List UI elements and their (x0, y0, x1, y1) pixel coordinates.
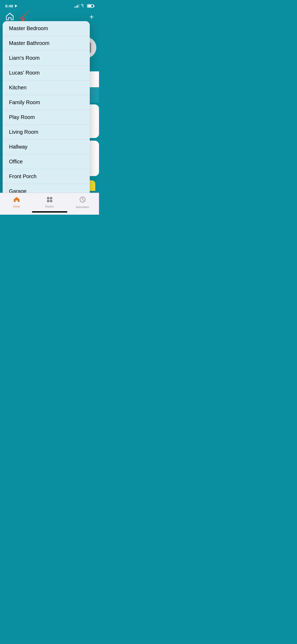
home-nav-button[interactable] (5, 12, 14, 22)
tab-automation[interactable]: Automation (66, 195, 99, 209)
dropdown-item-living-room[interactable]: Living Room (3, 125, 90, 140)
dropdown-item-family-room[interactable]: Family Room (3, 95, 90, 110)
svg-rect-16 (47, 197, 49, 199)
location-arrow-icon (14, 4, 18, 8)
home-nav-icon (5, 12, 14, 21)
tab-home[interactable]: Home (0, 195, 33, 208)
dropdown-item-office[interactable]: Office (3, 154, 90, 169)
svg-rect-18 (47, 200, 49, 202)
signal-bars-icon (74, 4, 79, 8)
home-tab-label: Home (13, 205, 20, 208)
dropdown-item-front-porch[interactable]: Front Porch (3, 169, 90, 184)
battery-icon (87, 4, 94, 8)
rooms-tab-icon (46, 196, 53, 204)
dropdown-item-master-bedroom[interactable]: Master Bedroom (3, 21, 90, 36)
add-button[interactable]: + (89, 13, 94, 21)
svg-point-0 (83, 7, 84, 7)
room-dropdown-menu: Master Bedroom Master Bathroom Liam's Ro… (3, 21, 90, 215)
automation-tab-label: Automation (76, 206, 89, 209)
status-bar: 6:46 (0, 0, 99, 10)
svg-rect-17 (50, 197, 52, 199)
dropdown-item-hallway[interactable]: Hallway (3, 140, 90, 154)
home-indicator (32, 211, 67, 213)
dropdown-item-lucas-room[interactable]: Lucas' Room (3, 66, 90, 80)
dropdown-item-master-bathroom[interactable]: Master Bathroom (3, 36, 90, 51)
svg-rect-19 (50, 200, 52, 202)
status-time: 6:46 (5, 4, 18, 8)
dropdown-item-play-room[interactable]: Play Room (3, 110, 90, 125)
wifi-icon (81, 4, 86, 8)
time-display: 6:46 (5, 4, 13, 8)
status-icons (74, 4, 94, 8)
rooms-tab-label: Rooms (45, 205, 54, 208)
home-tab-icon (13, 196, 20, 204)
dropdown-item-liams-room[interactable]: Liam's Room (3, 51, 90, 66)
automation-tab-icon (79, 196, 86, 205)
tab-rooms[interactable]: Rooms (33, 195, 66, 208)
dropdown-item-kitchen[interactable]: Kitchen (3, 80, 90, 95)
